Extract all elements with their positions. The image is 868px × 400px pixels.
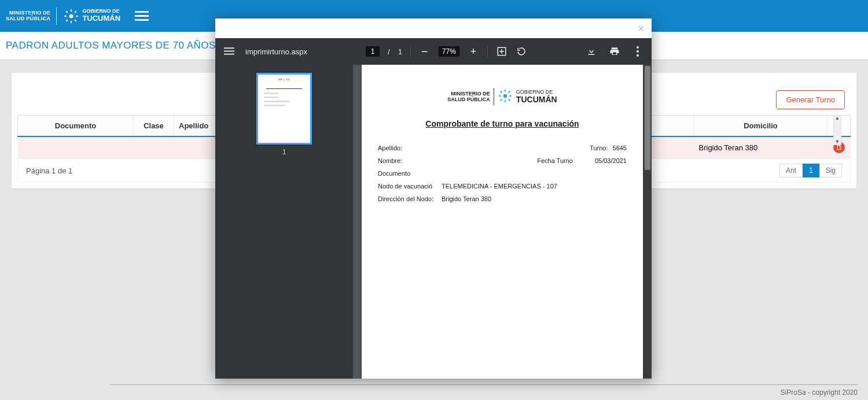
pdf-page-sep: / — [388, 47, 390, 56]
svg-point-19 — [503, 94, 507, 98]
cell-domicilio: Brigido Teran 380 — [694, 136, 827, 158]
lbl-fecha: Fecha Turno — [537, 157, 578, 164]
svg-point-16 — [637, 46, 639, 49]
pdf-sidebar-toggle-icon[interactable] — [223, 46, 235, 57]
th-clase: Clase — [134, 116, 174, 137]
lbl-apellido: Apellido: — [378, 145, 442, 151]
sun-icon — [498, 88, 513, 105]
sun-icon — [62, 8, 80, 25]
pdf-body: MSP◉TUC 1 MINISTERIO DE SALUD PÚBLICA — [215, 65, 652, 379]
svg-point-17 — [637, 50, 639, 53]
svg-rect-9 — [135, 11, 149, 13]
pdf-toolbar: imprimirturno.aspx / 1 − 77% + — [215, 38, 652, 65]
pdf-logo: MINISTERIO DE SALUD PÚBLICA GOBIERNO DE … — [378, 88, 627, 105]
svg-line-24 — [501, 91, 502, 92]
fit-page-icon[interactable] — [496, 46, 507, 57]
generate-turn-button[interactable]: Generar Turno — [776, 90, 845, 109]
scrollbar-handle[interactable] — [645, 66, 650, 170]
svg-rect-14 — [224, 54, 234, 55]
svg-line-26 — [501, 99, 502, 101]
lbl-nodo: Nodo de vacunació — [378, 183, 442, 190]
lbl-turno: Turno: — [590, 145, 612, 151]
rotate-icon[interactable] — [516, 46, 527, 57]
pdf-brand-gov-bottom: TUCUMÁN — [516, 95, 557, 104]
zoom-level: 77% — [439, 46, 459, 57]
pdf-page: MINISTERIO DE SALUD PÚBLICA GOBIERNO DE … — [362, 65, 643, 379]
pdf-thumbnails: MSP◉TUC 1 — [215, 65, 353, 379]
svg-line-27 — [509, 91, 510, 92]
table-scrollbar[interactable]: ▲▼ — [833, 115, 841, 145]
more-icon[interactable] — [632, 46, 643, 57]
download-icon[interactable] — [586, 46, 597, 57]
svg-rect-12 — [224, 47, 234, 49]
pdf-page-input[interactable] — [366, 46, 380, 57]
pager: Ant 1 Sig — [779, 164, 842, 177]
cell-documento — [18, 136, 134, 158]
lbl-documento: Documento — [378, 170, 442, 177]
separator — [487, 46, 488, 57]
hamburger-icon[interactable] — [135, 10, 149, 22]
pdf-brand-ministry-top: MINISTERIO DE — [447, 91, 490, 97]
th-documento: Documento — [18, 116, 134, 137]
svg-rect-11 — [135, 19, 149, 21]
svg-line-25 — [509, 99, 510, 101]
val-turno: 5645 — [613, 145, 627, 151]
pdf-filename: imprimirturno.aspx — [245, 47, 307, 56]
pdf-page-viewport[interactable]: MINISTERIO DE SALUD PÚBLICA GOBIERNO DE … — [353, 65, 652, 379]
svg-line-7 — [67, 20, 68, 21]
zoom-out-icon[interactable]: − — [419, 46, 431, 57]
svg-line-6 — [75, 20, 77, 21]
brand-gov-bottom: TUCUMÁN — [82, 14, 120, 23]
pdf-scrollbar[interactable] — [643, 65, 652, 379]
pager-prev[interactable]: Ant — [779, 164, 803, 177]
thumb-number: 1 — [282, 148, 286, 156]
svg-point-0 — [69, 14, 73, 18]
val-nodo: TELEMEDICINA - EMERGENCIAS - 107 — [442, 183, 557, 190]
separator — [410, 46, 411, 57]
val-direccion: Brigido Teran 380 — [442, 195, 491, 202]
close-icon[interactable]: × — [638, 22, 645, 35]
page-info: Página 1 de 1 — [26, 166, 72, 175]
pdf-document-title: Comprobante de turno para vacunación — [378, 119, 627, 128]
brand-ministry-bottom: SALUD PÚBLICA — [6, 16, 50, 22]
svg-line-5 — [67, 11, 68, 13]
val-fecha: 05/03/2021 — [595, 157, 627, 164]
cell-clase — [134, 136, 174, 158]
pdf-thumbnail[interactable]: MSP◉TUC — [256, 73, 312, 145]
svg-line-8 — [75, 11, 77, 13]
pdf-brand-gov-top: GOBIERNO DE — [516, 89, 557, 95]
brand-logo: MINISTERIO DE SALUD PÚBLICA GOBIERNO DE … — [6, 8, 120, 25]
svg-rect-13 — [224, 51, 234, 52]
lbl-nombre: Nombre: — [378, 157, 442, 164]
pager-current[interactable]: 1 — [803, 164, 819, 177]
th-domicilio: Domicilio — [694, 116, 827, 137]
footer: SiProSa - copyright 2020 — [110, 384, 858, 397]
footer-text: SiProSa - copyright 2020 — [781, 388, 858, 397]
svg-point-18 — [637, 54, 639, 57]
pdf-brand-ministry-bottom: SALUD PÚBLICA — [447, 97, 490, 102]
lbl-direccion: Dirección del Nodo: — [378, 195, 442, 202]
pdf-modal: × imprimirturno.aspx / 1 − 77% + — [215, 18, 652, 379]
print-icon[interactable] — [609, 46, 620, 57]
svg-rect-10 — [135, 15, 149, 17]
zoom-in-icon[interactable]: + — [468, 46, 479, 57]
pager-next[interactable]: Sig — [819, 164, 842, 177]
pdf-page-total: 1 — [398, 47, 402, 56]
